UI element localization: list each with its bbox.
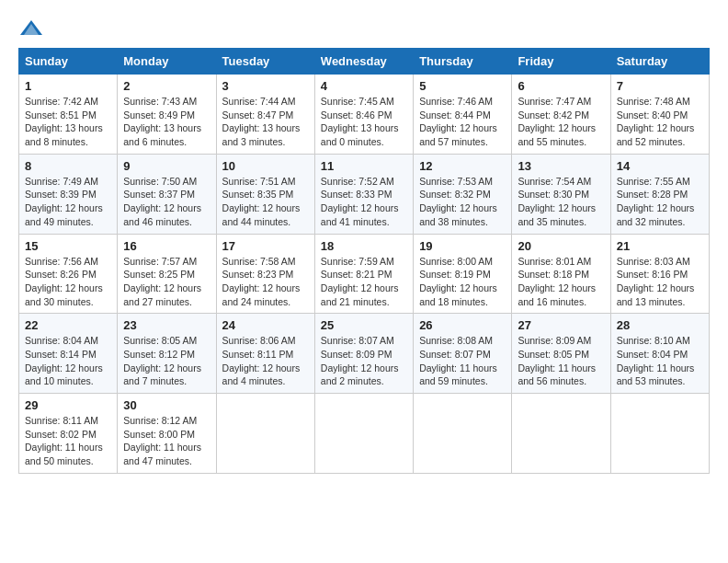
day-number: 9 bbox=[123, 159, 210, 173]
day-cell: 4 Sunrise: 7:45 AMSunset: 8:46 PMDayligh… bbox=[314, 75, 413, 155]
day-info: Sunrise: 7:58 AMSunset: 8:23 PMDaylight:… bbox=[222, 256, 301, 307]
day-cell: 10 Sunrise: 7:51 AMSunset: 8:35 PMDaylig… bbox=[216, 154, 314, 234]
day-number: 17 bbox=[222, 239, 309, 253]
day-info: Sunrise: 8:07 AMSunset: 8:09 PMDaylight:… bbox=[321, 335, 399, 386]
day-cell: 20 Sunrise: 8:01 AMSunset: 8:18 PMDaylig… bbox=[512, 234, 610, 314]
day-info: Sunrise: 8:08 AMSunset: 8:07 PMDaylight:… bbox=[419, 335, 497, 386]
weekday-header-tuesday: Tuesday bbox=[216, 49, 314, 75]
day-info: Sunrise: 7:59 AMSunset: 8:21 PMDaylight:… bbox=[321, 256, 399, 307]
weekday-header-sunday: Sunday bbox=[19, 49, 118, 75]
day-cell: 27 Sunrise: 8:09 AMSunset: 8:05 PMDaylig… bbox=[512, 314, 610, 394]
day-cell: 5 Sunrise: 7:46 AMSunset: 8:44 PMDayligh… bbox=[414, 75, 512, 155]
day-cell: 16 Sunrise: 7:57 AMSunset: 8:25 PMDaylig… bbox=[118, 234, 216, 314]
day-number: 16 bbox=[123, 239, 210, 253]
day-info: Sunrise: 8:12 AMSunset: 8:00 PMDaylight:… bbox=[123, 415, 201, 466]
day-info: Sunrise: 8:00 AMSunset: 8:19 PMDaylight:… bbox=[419, 256, 497, 307]
day-number: 26 bbox=[419, 318, 506, 332]
week-row-5: 29 Sunrise: 8:11 AMSunset: 8:02 PMDaylig… bbox=[19, 394, 710, 474]
day-cell bbox=[216, 394, 314, 474]
day-number: 18 bbox=[321, 239, 407, 253]
day-number: 29 bbox=[25, 398, 111, 412]
day-cell bbox=[314, 394, 413, 474]
day-cell: 8 Sunrise: 7:49 AMSunset: 8:39 PMDayligh… bbox=[19, 154, 118, 234]
day-info: Sunrise: 7:52 AMSunset: 8:33 PMDaylight:… bbox=[321, 176, 399, 227]
weekday-header-row: SundayMondayTuesdayWednesdayThursdayFrid… bbox=[19, 49, 710, 75]
day-cell: 29 Sunrise: 8:11 AMSunset: 8:02 PMDaylig… bbox=[19, 394, 118, 474]
day-info: Sunrise: 8:11 AMSunset: 8:02 PMDaylight:… bbox=[25, 415, 103, 466]
day-info: Sunrise: 7:46 AMSunset: 8:44 PMDaylight:… bbox=[419, 96, 497, 147]
day-number: 23 bbox=[123, 318, 210, 332]
day-cell: 12 Sunrise: 7:53 AMSunset: 8:32 PMDaylig… bbox=[414, 154, 512, 234]
day-info: Sunrise: 8:05 AMSunset: 8:12 PMDaylight:… bbox=[123, 335, 201, 386]
week-row-2: 8 Sunrise: 7:49 AMSunset: 8:39 PMDayligh… bbox=[19, 154, 710, 234]
day-info: Sunrise: 8:06 AMSunset: 8:11 PMDaylight:… bbox=[222, 335, 301, 386]
day-cell: 9 Sunrise: 7:50 AMSunset: 8:37 PMDayligh… bbox=[118, 154, 216, 234]
day-number: 5 bbox=[419, 79, 506, 93]
day-info: Sunrise: 7:54 AMSunset: 8:30 PMDaylight:… bbox=[518, 176, 596, 227]
day-number: 30 bbox=[123, 398, 210, 412]
calendar-table: SundayMondayTuesdayWednesdayThursdayFrid… bbox=[18, 48, 710, 474]
logo bbox=[18, 18, 48, 39]
day-number: 8 bbox=[25, 159, 111, 173]
day-number: 20 bbox=[518, 239, 604, 253]
day-number: 13 bbox=[518, 159, 604, 173]
day-cell: 21 Sunrise: 8:03 AMSunset: 8:16 PMDaylig… bbox=[610, 234, 709, 314]
day-cell bbox=[512, 394, 610, 474]
day-info: Sunrise: 7:55 AMSunset: 8:28 PMDaylight:… bbox=[617, 176, 695, 227]
day-info: Sunrise: 7:53 AMSunset: 8:32 PMDaylight:… bbox=[419, 176, 497, 227]
week-row-4: 22 Sunrise: 8:04 AMSunset: 8:14 PMDaylig… bbox=[19, 314, 710, 394]
day-info: Sunrise: 7:57 AMSunset: 8:25 PMDaylight:… bbox=[123, 256, 201, 307]
day-number: 10 bbox=[222, 159, 309, 173]
day-number: 2 bbox=[123, 79, 210, 93]
day-cell: 18 Sunrise: 7:59 AMSunset: 8:21 PMDaylig… bbox=[314, 234, 413, 314]
week-row-1: 1 Sunrise: 7:42 AMSunset: 8:51 PMDayligh… bbox=[19, 75, 710, 155]
weekday-header-saturday: Saturday bbox=[610, 49, 709, 75]
day-cell: 15 Sunrise: 7:56 AMSunset: 8:26 PMDaylig… bbox=[19, 234, 118, 314]
day-number: 14 bbox=[617, 159, 703, 173]
day-cell bbox=[414, 394, 512, 474]
day-cell bbox=[610, 394, 709, 474]
day-number: 27 bbox=[518, 318, 604, 332]
day-cell: 14 Sunrise: 7:55 AMSunset: 8:28 PMDaylig… bbox=[610, 154, 709, 234]
day-info: Sunrise: 8:03 AMSunset: 8:16 PMDaylight:… bbox=[617, 256, 695, 307]
day-number: 7 bbox=[617, 79, 703, 93]
header bbox=[18, 18, 710, 39]
day-cell: 1 Sunrise: 7:42 AMSunset: 8:51 PMDayligh… bbox=[19, 75, 118, 155]
weekday-header-friday: Friday bbox=[512, 49, 610, 75]
day-cell: 28 Sunrise: 8:10 AMSunset: 8:04 PMDaylig… bbox=[610, 314, 709, 394]
day-number: 4 bbox=[321, 79, 407, 93]
day-number: 24 bbox=[222, 318, 309, 332]
day-cell: 7 Sunrise: 7:48 AMSunset: 8:40 PMDayligh… bbox=[610, 75, 709, 155]
weekday-header-thursday: Thursday bbox=[414, 49, 512, 75]
day-info: Sunrise: 8:01 AMSunset: 8:18 PMDaylight:… bbox=[518, 256, 596, 307]
day-info: Sunrise: 8:04 AMSunset: 8:14 PMDaylight:… bbox=[25, 335, 103, 386]
day-info: Sunrise: 7:43 AMSunset: 8:49 PMDaylight:… bbox=[123, 96, 201, 147]
day-info: Sunrise: 7:49 AMSunset: 8:39 PMDaylight:… bbox=[25, 176, 103, 227]
day-info: Sunrise: 8:09 AMSunset: 8:05 PMDaylight:… bbox=[518, 335, 596, 386]
day-cell: 26 Sunrise: 8:08 AMSunset: 8:07 PMDaylig… bbox=[414, 314, 512, 394]
week-row-3: 15 Sunrise: 7:56 AMSunset: 8:26 PMDaylig… bbox=[19, 234, 710, 314]
day-cell: 11 Sunrise: 7:52 AMSunset: 8:33 PMDaylig… bbox=[314, 154, 413, 234]
day-number: 22 bbox=[25, 318, 111, 332]
day-cell: 19 Sunrise: 8:00 AMSunset: 8:19 PMDaylig… bbox=[414, 234, 512, 314]
day-info: Sunrise: 7:44 AMSunset: 8:47 PMDaylight:… bbox=[222, 96, 301, 147]
day-cell: 17 Sunrise: 7:58 AMSunset: 8:23 PMDaylig… bbox=[216, 234, 314, 314]
day-number: 19 bbox=[419, 239, 506, 253]
day-info: Sunrise: 7:51 AMSunset: 8:35 PMDaylight:… bbox=[222, 176, 301, 227]
day-number: 15 bbox=[25, 239, 111, 253]
day-number: 11 bbox=[321, 159, 407, 173]
day-info: Sunrise: 7:42 AMSunset: 8:51 PMDaylight:… bbox=[25, 96, 103, 147]
day-info: Sunrise: 7:50 AMSunset: 8:37 PMDaylight:… bbox=[123, 176, 201, 227]
day-cell: 3 Sunrise: 7:44 AMSunset: 8:47 PMDayligh… bbox=[216, 75, 314, 155]
day-cell: 22 Sunrise: 8:04 AMSunset: 8:14 PMDaylig… bbox=[19, 314, 118, 394]
day-info: Sunrise: 7:48 AMSunset: 8:40 PMDaylight:… bbox=[617, 96, 695, 147]
day-cell: 23 Sunrise: 8:05 AMSunset: 8:12 PMDaylig… bbox=[118, 314, 216, 394]
day-info: Sunrise: 7:47 AMSunset: 8:42 PMDaylight:… bbox=[518, 96, 596, 147]
day-cell: 25 Sunrise: 8:07 AMSunset: 8:09 PMDaylig… bbox=[314, 314, 413, 394]
day-number: 1 bbox=[25, 79, 111, 93]
day-info: Sunrise: 8:10 AMSunset: 8:04 PMDaylight:… bbox=[617, 335, 695, 386]
day-number: 28 bbox=[617, 318, 703, 332]
day-number: 3 bbox=[222, 79, 309, 93]
day-number: 25 bbox=[321, 318, 407, 332]
day-cell: 2 Sunrise: 7:43 AMSunset: 8:49 PMDayligh… bbox=[118, 75, 216, 155]
